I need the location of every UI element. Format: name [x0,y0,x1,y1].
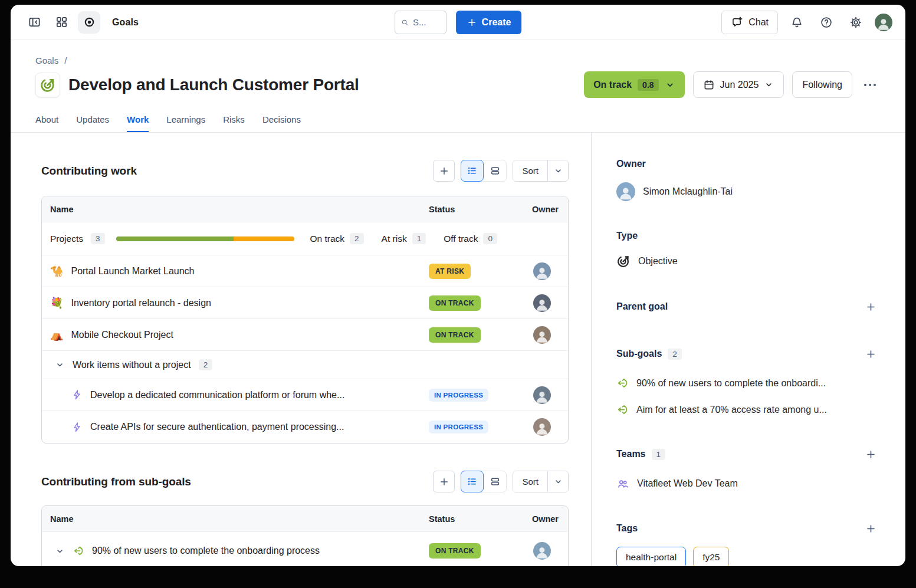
owner-avatar[interactable] [533,262,551,280]
add-team-button[interactable] [862,445,879,463]
list-view-icon [467,476,478,487]
sort-dropdown-button[interactable] [547,471,568,492]
card-view-button[interactable] [484,160,507,182]
work-item-row[interactable]: Develop a dedicated communication platfo… [42,379,568,411]
project-emoji-icon: ⛺ [50,329,63,341]
team-link[interactable]: Vitafleet Web Dev Team [616,477,879,490]
project-row[interactable]: 💐Inventory portal relaunch - design ON T… [42,287,568,319]
dot [869,84,871,86]
chevron-down-icon [764,80,774,90]
app-switcher-button[interactable] [51,12,72,33]
subgoal-icon [73,545,84,557]
sidebar-collapse-button[interactable] [24,12,45,33]
create-button[interactable]: Create [456,11,522,34]
tab-about[interactable]: About [35,114,58,132]
add-parent-goal-button[interactable] [862,298,879,316]
status-score-badge: 0.8 [638,79,658,91]
list-view-icon [467,165,478,176]
work-items-group-row[interactable]: Work items without a project 2 [42,351,568,379]
column-status: Status [421,514,516,524]
date-dropdown[interactable]: Jun 2025 [693,71,784,98]
status-badge: ON TRACK [429,543,481,559]
subgoal-link[interactable]: Aim for at least a 70% access rate among… [616,403,879,416]
status-dropdown[interactable]: On track 0.8 [584,71,684,98]
work-item-row[interactable]: Create APIs for secure authentication, p… [42,411,568,443]
tag-chip[interactable]: health-portal [616,547,686,566]
stat-at-risk-label: At risk [382,234,407,244]
sort-button[interactable]: Sort [513,471,547,492]
tab-decisions[interactable]: Decisions [262,114,301,132]
add-tag-button[interactable] [862,520,879,537]
projects-progress-bar [116,236,294,241]
search-input[interactable] [413,17,440,27]
breadcrumb-goals-link[interactable]: Goals [35,55,58,65]
owner-avatar[interactable] [533,418,551,436]
owner-name: Simon Mclaughlin-Tai [643,186,733,197]
plus-icon [865,301,876,313]
subgoal-link[interactable]: 90% of new users to complete the onboard… [616,377,879,389]
list-view-button[interactable] [461,160,484,182]
following-button[interactable]: Following [792,71,852,98]
subgoal-row[interactable]: 90% of new users to complete the onboard… [42,532,568,566]
sort-dropdown-button[interactable] [547,160,568,181]
owner-label: Owner [616,159,646,169]
help-button[interactable] [816,12,837,33]
user-avatar[interactable] [875,14,892,31]
chevron-down-icon [553,477,563,487]
objective-target-icon [616,254,631,268]
chat-button[interactable]: Chat [721,11,778,34]
project-emoji-icon: 🐪 [50,265,63,278]
parent-goal-label: Parent goal [616,301,668,312]
chevron-down-icon[interactable] [55,546,65,556]
tab-updates[interactable]: Updates [76,114,109,132]
question-icon [820,16,833,29]
projects-summary-row[interactable]: Projects 3 On track2 At risk1 Off track0 [42,222,568,255]
contributing-subgoals-title: Contributing from sub-goals [41,475,191,488]
owner-avatar[interactable] [533,542,551,560]
project-row[interactable]: ⛺Mobile Checkout Project ON TRACK [42,319,568,351]
sort-split-button: Sort [513,160,569,182]
add-subgoal-button[interactable] [433,471,455,492]
list-view-button[interactable] [461,471,484,492]
stat-on-track-count: 2 [350,233,364,244]
more-actions-button[interactable] [861,78,879,92]
main-content: Contributing work Sort Name Stat [11,133,592,566]
app-name: Goals [112,17,139,28]
chevron-down-icon [553,166,563,176]
project-row[interactable]: 🐪Portal Launch Market Launch AT RISK [42,255,568,287]
settings-button[interactable] [845,12,866,33]
goals-app-logo[interactable] [78,11,100,34]
tag-chip[interactable]: fy25 [693,547,729,566]
tabs: About Updates Work Learnings Risks Decis… [35,114,879,132]
type-label: Type [616,231,638,241]
projects-count-badge: 3 [91,233,105,244]
plus-icon [865,523,876,534]
page-header: Goals / Develop and Launch Customer Port… [11,40,905,133]
add-work-button[interactable] [433,160,455,182]
group-count-badge: 2 [199,359,213,370]
app-grid-icon [55,15,68,29]
owner-row[interactable]: Simon Mclaughlin-Tai [616,182,879,201]
owner-section: Owner Simon Mclaughlin-Tai [616,159,879,201]
type-row: Objective [616,254,879,268]
teams-icon [616,477,629,490]
stat-off-track-count: 0 [483,233,497,244]
add-subgoal-button[interactable] [862,345,879,363]
tab-risks[interactable]: Risks [223,114,245,132]
notifications-button[interactable] [786,12,807,33]
owner-avatar[interactable] [533,294,551,312]
chevron-down-icon [665,80,675,90]
owner-avatar[interactable] [533,326,551,344]
plus-icon [865,449,876,460]
tab-work[interactable]: Work [127,114,149,132]
sort-button[interactable]: Sort [513,160,547,181]
card-view-icon [490,165,501,176]
tab-learnings[interactable]: Learnings [166,114,205,132]
search-box[interactable] [395,11,446,34]
chevron-down-icon[interactable] [55,360,65,370]
tags-section: Tags health-portal fy25 [616,520,879,566]
breadcrumb-separator: / [64,55,67,65]
card-view-button[interactable] [484,471,507,492]
project-emoji-icon: 💐 [50,297,63,310]
owner-avatar[interactable] [533,386,551,404]
